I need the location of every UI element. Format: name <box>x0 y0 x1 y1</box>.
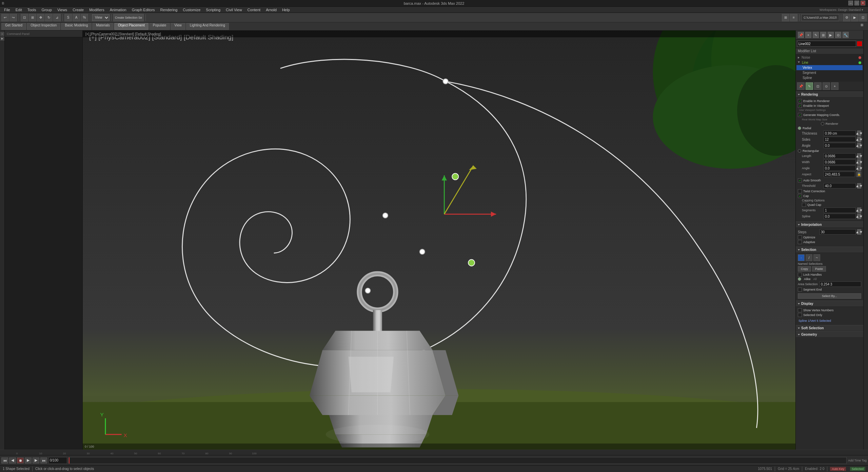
next-frame-btn[interactable]: ▶ <box>33 457 39 464</box>
rp-pin-btn[interactable]: 📌 <box>798 32 804 38</box>
steps-input[interactable] <box>820 229 856 235</box>
redo-button[interactable]: ↪ <box>9 14 17 21</box>
selection-section-header[interactable]: Selection <box>796 247 863 253</box>
close-button[interactable]: ✕ <box>861 1 865 5</box>
menu-animation[interactable]: Animation <box>107 7 129 13</box>
cap-segments-input[interactable] <box>824 208 856 213</box>
object-name-input[interactable]: Line002 <box>797 41 856 47</box>
threshold-spinner[interactable]: ▲▼ <box>857 183 861 189</box>
area-sel-input[interactable] <box>820 281 861 287</box>
modifier-line[interactable]: Line <box>796 60 863 65</box>
percent-snap[interactable]: % <box>81 14 88 21</box>
tab-object-inspection[interactable]: Object Inspection <box>27 23 60 30</box>
gen-mapping-cb[interactable] <box>798 113 802 117</box>
scene-explorer[interactable]: ≡ <box>790 14 797 21</box>
auto-smooth-cb[interactable] <box>798 178 802 182</box>
menu-arnold[interactable]: Arnold <box>263 7 279 13</box>
steps-spinner[interactable]: ▲▼ <box>857 229 861 235</box>
enable-viewport-cb[interactable] <box>798 104 802 108</box>
optimize-cb[interactable] <box>798 235 802 239</box>
display-section-header[interactable]: Display <box>796 300 863 307</box>
menu-content[interactable]: Content <box>245 7 263 13</box>
menu-views[interactable]: Views <box>55 7 70 13</box>
interpolation-section-header[interactable]: Interpolation <box>796 221 863 228</box>
rp-motion-btn[interactable]: ▶ <box>828 32 834 38</box>
create-selection-button[interactable]: Create Selection Se <box>113 14 144 21</box>
radial-angle-input[interactable] <box>824 143 856 148</box>
tab-object-placement[interactable]: Object Placement <box>114 23 149 30</box>
lock-handles-cb[interactable] <box>798 273 802 277</box>
modifier-noise[interactable]: Noise <box>796 55 863 60</box>
render-setup[interactable]: ⚙ <box>843 14 850 21</box>
geometry-section-header[interactable]: Geometry <box>796 331 863 338</box>
tab-populate[interactable]: Populate <box>149 23 170 30</box>
rp-hierarchy-btn[interactable]: ⊞ <box>820 32 826 38</box>
menu-customize[interactable]: Customize <box>180 7 203 13</box>
length-input[interactable] <box>824 153 856 159</box>
threshold-input[interactable] <box>824 183 856 189</box>
rect-angle-spinner[interactable]: ▲▼ <box>857 165 861 171</box>
rectangular-radio[interactable] <box>798 149 801 153</box>
maximize-button[interactable]: □ <box>854 1 859 5</box>
menu-file[interactable]: File <box>1 7 13 13</box>
mod-sub-display[interactable]: ⊙ <box>823 82 830 90</box>
select-button[interactable]: ⊡ <box>21 14 28 21</box>
menu-rendering[interactable]: Rendering <box>158 7 180 13</box>
quad-cap-cb[interactable] <box>802 203 806 207</box>
soft-selection-section-header[interactable]: Soft Selection <box>796 325 863 331</box>
snap-toggle[interactable]: S <box>64 14 72 21</box>
go-to-end-btn[interactable]: ⏭ <box>40 457 47 464</box>
lock-aspect-btn[interactable]: 🔒 <box>856 172 861 177</box>
menu-scripting[interactable]: Scripting <box>203 7 223 13</box>
prev-frame-btn[interactable]: ◀ <box>9 457 16 464</box>
rect-angle-input[interactable] <box>824 165 856 171</box>
selected-only-cb[interactable] <box>798 313 802 317</box>
cap-segments-spinner[interactable]: ▲▼ <box>857 208 861 213</box>
modifier-spline[interactable]: Spline <box>796 75 863 80</box>
segment-end-cb[interactable] <box>798 288 802 292</box>
scale-button[interactable]: ⊿ <box>53 14 61 21</box>
rp-display-btn[interactable]: ⊙ <box>835 32 841 38</box>
menu-civil-view[interactable]: Civil View <box>223 7 244 13</box>
tab-get-started[interactable]: Get Started <box>1 23 26 30</box>
copy-btn[interactable]: Copy <box>798 266 811 272</box>
adaptive-cb[interactable] <box>798 240 802 244</box>
object-color-swatch[interactable] <box>857 41 862 46</box>
menu-create[interactable]: Create <box>70 7 86 13</box>
rp-create-btn[interactable]: + <box>805 32 811 38</box>
minimize-button[interactable]: ─ <box>848 1 853 5</box>
cap-spline-spinner[interactable]: ▲▼ <box>857 214 861 219</box>
layer-manager[interactable]: ⊞ <box>782 14 789 21</box>
spline-icon[interactable]: ~ <box>813 254 820 261</box>
rendering-section-header[interactable]: Rendering <box>796 91 863 98</box>
length-spinner[interactable]: ▲▼ <box>857 153 861 159</box>
play-btn[interactable]: ▶ <box>25 457 32 464</box>
add-time-tag-btn[interactable]: Add Time Tag <box>848 459 867 462</box>
tab-lighting-rendering[interactable]: Lighting And Rendering <box>186 23 229 30</box>
paste-btn[interactable]: Paste <box>812 266 826 272</box>
mod-sub-modify[interactable]: ✎ <box>806 82 813 90</box>
angle-snap[interactable]: A <box>73 14 80 21</box>
select-region-button[interactable]: ⊞ <box>29 14 36 21</box>
sides-spinner[interactable]: ▲▼ <box>857 137 861 142</box>
menu-graph-editors[interactable]: Graph Editors <box>129 7 158 13</box>
go-to-start-btn[interactable]: ⏮ <box>1 457 8 464</box>
show-vertex-nums-cb[interactable] <box>798 308 802 312</box>
thickness-input[interactable] <box>824 131 856 136</box>
cap-cb[interactable] <box>798 194 802 198</box>
reference-coord-system[interactable]: View <box>92 14 110 21</box>
vertex-icon[interactable]: · <box>798 254 805 261</box>
tab-extra[interactable]: ⊞ <box>857 23 867 30</box>
select-by-btn[interactable]: Select By... <box>798 293 861 299</box>
left-nav-btn1[interactable]: + <box>0 32 4 36</box>
rp-modify-btn[interactable]: ✎ <box>813 32 819 38</box>
rotate-button[interactable]: ↻ <box>45 14 53 21</box>
menu-edit[interactable]: Edit <box>13 7 25 13</box>
width-spinner[interactable]: ▲▼ <box>857 159 861 165</box>
tab-basic-modeling[interactable]: Basic Modeling <box>61 23 92 30</box>
menu-group[interactable]: Group <box>39 7 55 13</box>
auto-key-btn[interactable]: ⏺ <box>17 457 24 464</box>
renderer-radio[interactable] <box>821 122 824 125</box>
timeline-track[interactable] <box>68 457 847 464</box>
undo-button[interactable]: ↩ <box>1 14 9 21</box>
